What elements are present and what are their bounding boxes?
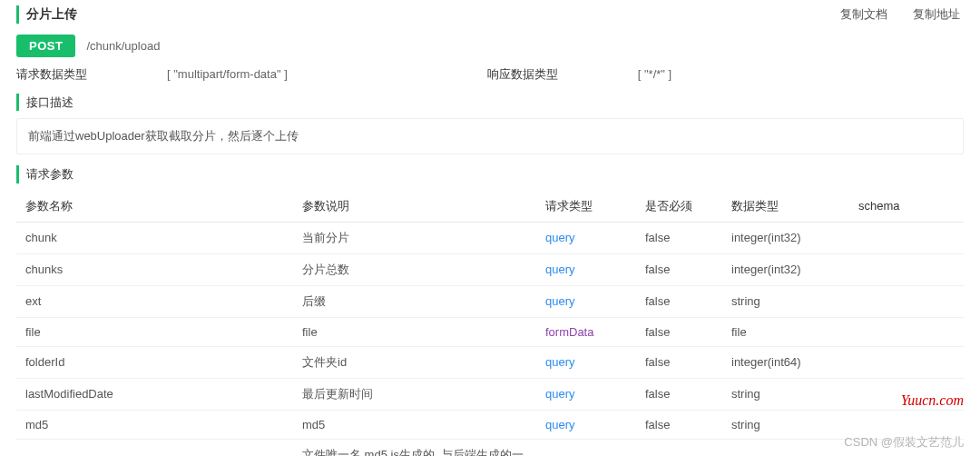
cell-data-type: integer(int32) (722, 253, 849, 285)
cell-req-type: query (536, 346, 636, 378)
copy-doc-link[interactable]: 复制文档 (840, 6, 887, 23)
endpoint-path: /chunk/upload (86, 39, 160, 53)
cell-schema (849, 222, 964, 253)
cell-schema (849, 378, 964, 410)
cell-name: name (16, 439, 293, 456)
section-description-head: 接口描述 (16, 94, 964, 112)
cell-name: md5 (16, 410, 293, 439)
cell-name: lastModifiedDate (16, 378, 293, 410)
cell-req-type: query (536, 378, 636, 410)
cell-data-type: string (722, 285, 849, 317)
cell-required: false (636, 253, 722, 285)
cell-data-type: string (722, 378, 849, 410)
cell-desc: file (293, 317, 536, 346)
cell-required: false (636, 285, 722, 317)
request-type-label: 请求数据类型 (16, 66, 87, 83)
cell-schema (849, 317, 964, 346)
copy-url-link[interactable]: 复制地址 (913, 6, 960, 23)
cell-name: chunks (16, 253, 293, 285)
cell-desc: 文件唯一名 md5.js生成的, 与后端生成的一致 (293, 439, 536, 456)
http-method-badge: POST (16, 35, 75, 57)
table-row[interactable]: lastModifiedDate最后更新时间queryfalsestring (16, 378, 964, 410)
cell-schema (849, 346, 964, 378)
table-row[interactable]: ext后缀queryfalsestring (16, 285, 964, 317)
cell-data-type: file (722, 317, 849, 346)
cell-name: chunk (16, 222, 293, 253)
cell-req-type: query (536, 410, 636, 439)
cell-name: ext (16, 285, 293, 317)
section-params-head: 请求参数 (16, 165, 964, 183)
params-table: 参数名称 参数说明 请求类型 是否必须 数据类型 schema chunk当前分… (16, 191, 964, 456)
cell-req-type: query (536, 285, 636, 317)
cell-required: false (636, 317, 722, 346)
cell-req-type: query (536, 253, 636, 285)
cell-data-type: string (722, 439, 849, 456)
th-data-type: 数据类型 (722, 191, 849, 223)
cell-schema (849, 285, 964, 317)
table-row[interactable]: name文件唯一名 md5.js生成的, 与后端生成的一致queryfalses… (16, 439, 964, 456)
header-actions: 复制文档 复制地址 (840, 6, 964, 23)
cell-req-type: query (536, 439, 636, 456)
th-name: 参数名称 (16, 191, 293, 223)
endpoint-row: POST /chunk/upload (16, 35, 964, 57)
description-text: 前端通过webUploader获取截取分片，然后逐个上传 (16, 118, 964, 154)
cell-data-type: integer(int32) (722, 222, 849, 253)
cell-required: false (636, 346, 722, 378)
th-schema: schema (849, 191, 964, 223)
cell-req-type: query (536, 222, 636, 253)
cell-desc: 文件夹id (293, 346, 536, 378)
response-type-value: [ "*/*" ] (638, 67, 671, 81)
th-desc: 参数说明 (293, 191, 536, 223)
th-req-type: 请求类型 (536, 191, 636, 223)
cell-desc: md5 (293, 410, 536, 439)
cell-required: false (636, 439, 722, 456)
cell-required: false (636, 378, 722, 410)
cell-desc: 分片总数 (293, 253, 536, 285)
cell-schema (849, 439, 964, 456)
table-row[interactable]: chunks分片总数queryfalseinteger(int32) (16, 253, 964, 285)
cell-desc: 后缀 (293, 285, 536, 317)
cell-required: false (636, 222, 722, 253)
cell-desc: 当前分片 (293, 222, 536, 253)
cell-name: folderId (16, 346, 293, 378)
table-row[interactable]: filefileformDatafalsefile (16, 317, 964, 346)
table-header-row: 参数名称 参数说明 请求类型 是否必须 数据类型 schema (16, 191, 964, 223)
table-row[interactable]: md5md5queryfalsestring (16, 410, 964, 439)
table-row[interactable]: chunk当前分片queryfalseinteger(int32) (16, 222, 964, 253)
cell-desc: 最后更新时间 (293, 378, 536, 410)
type-row: 请求数据类型 [ "multipart/form-data" ] 响应数据类型 … (16, 66, 964, 83)
cell-req-type: formData (536, 317, 636, 346)
cell-schema (849, 253, 964, 285)
th-required: 是否必须 (636, 191, 722, 223)
response-type-label: 响应数据类型 (487, 66, 558, 83)
cell-schema (849, 410, 964, 439)
page-title: 分片上传 (16, 5, 77, 24)
cell-data-type: string (722, 410, 849, 439)
request-type-value: [ "multipart/form-data" ] (167, 67, 288, 81)
cell-data-type: integer(int64) (722, 346, 849, 378)
table-row[interactable]: folderId文件夹idqueryfalseinteger(int64) (16, 346, 964, 378)
cell-name: file (16, 317, 293, 346)
cell-required: false (636, 410, 722, 439)
